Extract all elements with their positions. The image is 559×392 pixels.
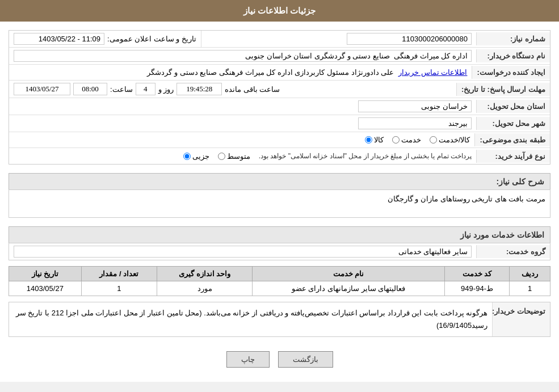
buttons-row: بازگشت چاپ bbox=[9, 345, 550, 373]
creator-label: ایجاد کننده درخواست: bbox=[472, 66, 550, 79]
radio-kala-khedmat-label: کالا/خدمت bbox=[439, 136, 470, 144]
radio-jozi: جزیی bbox=[183, 152, 209, 161]
buyer-label: نام دستگاه خریدار: bbox=[476, 49, 550, 62]
cell-name: فعالیتهای سایر سازمانهای دارای عضو bbox=[253, 281, 444, 296]
services-title-text: اطلاعات خدمات مورد نیاز bbox=[460, 230, 544, 239]
purchase-type-cell: پرداخت تمام یا بخشی از مبلغ خریدار از مح… bbox=[9, 150, 476, 163]
radio-kala-label: کالا bbox=[374, 136, 384, 144]
table-row: 1 ط-94-949 فعالیتهای سایر سازمانهای دارا… bbox=[9, 281, 550, 296]
col-row: ردیف bbox=[510, 267, 550, 281]
cell-date: 1403/05/27 bbox=[9, 281, 82, 296]
row-purchase-type: نوع فرآیند خرید: پرداخت تمام یا بخشی از … bbox=[9, 148, 550, 164]
print-button[interactable]: چاپ bbox=[226, 351, 270, 368]
radio-motavasset-label: متوسط bbox=[227, 152, 250, 161]
row-city: شهر محل تحویل: bbox=[9, 115, 550, 132]
time-label: ساعت: bbox=[110, 85, 133, 94]
col-qty: تعداد / مقدار bbox=[81, 267, 157, 281]
notes-content: هرگونه پرداخت بابت این قرارداد براساس اع… bbox=[9, 302, 492, 336]
need-number-cell bbox=[201, 31, 476, 47]
remaining-label: ساعت باقی مانده bbox=[225, 85, 280, 94]
page-title: جزئیات اطلاعات نیاز bbox=[243, 6, 316, 15]
city-label: شهر محل تحویل: bbox=[476, 117, 550, 130]
row-deadline: مهلت ارسال پاسخ: تا تاریخ: ساعت باقی مان… bbox=[9, 81, 550, 98]
main-content: شماره نیاز: تاریخ و ساعت اعلان عمومی: نا… bbox=[0, 22, 559, 382]
back-button[interactable]: بازگشت bbox=[278, 351, 333, 368]
deadline-cell: ساعت باقی مانده روز و ساعت: bbox=[9, 81, 456, 98]
row-province: استان محل تحویل: bbox=[9, 98, 550, 115]
row-creator: ایجاد کننده درخواست: اطلاعات تماس خریدار… bbox=[9, 65, 550, 81]
radio-jozi-label: جزیی bbox=[192, 152, 209, 161]
days-input[interactable] bbox=[136, 83, 155, 95]
time-input[interactable] bbox=[73, 83, 107, 95]
col-name: نام خدمت bbox=[253, 267, 444, 281]
radio-jozi-input[interactable] bbox=[183, 153, 191, 160]
need-desc-box: مرمت بافت های تاریخی روستاهای مازان و گا… bbox=[9, 189, 550, 218]
notes-wrapper: توضیحات خریدار: هرگونه پرداخت بابت این ق… bbox=[9, 302, 550, 336]
page-header: جزئیات اطلاعات نیاز bbox=[0, 0, 559, 22]
row-category: طبقه بندی موضوعی: کالا/خدمت خدمت کالا bbox=[9, 132, 550, 148]
announce-label: تاریخ و ساعت اعلان عمومی: bbox=[107, 35, 196, 43]
row-buyer: نام دستگاه خریدار: bbox=[9, 48, 550, 65]
cell-code: ط-94-949 bbox=[444, 281, 510, 296]
creator-value: علی دادورنژاد مسئول کاربردازی اداره کل م… bbox=[147, 68, 394, 77]
col-date: تاریخ نیاز bbox=[9, 267, 82, 281]
city-input[interactable] bbox=[358, 117, 472, 129]
info-section: شماره نیاز: تاریخ و ساعت اعلان عمومی: نا… bbox=[9, 30, 550, 165]
buyer-cell bbox=[9, 48, 476, 64]
col-unit: واحد اندازه گیری bbox=[157, 267, 253, 281]
radio-khedmat: خدمت bbox=[392, 136, 421, 144]
category-label: طبقه بندی موضوعی: bbox=[474, 133, 550, 146]
category-cell: کالا/خدمت خدمت کالا bbox=[9, 133, 474, 146]
cell-row: 1 bbox=[510, 281, 550, 296]
purchase-note: پرداخت تمام یا بخشی از مبلغ خریدار از مح… bbox=[259, 152, 472, 160]
radio-kala-input[interactable] bbox=[365, 136, 372, 144]
need-desc-title: شرح کلی نیاز: bbox=[9, 173, 550, 189]
announce-input[interactable] bbox=[14, 33, 104, 45]
radio-kala-khedmat: کالا/خدمت bbox=[430, 136, 470, 144]
service-section: گروه خدمت: bbox=[9, 243, 550, 260]
buyer-input[interactable] bbox=[14, 50, 472, 62]
notes-value: هرگونه پرداخت بابت این قرارداد براساس اع… bbox=[16, 309, 487, 330]
service-group-input[interactable] bbox=[14, 246, 472, 258]
province-label: استان محل تحویل: bbox=[476, 100, 550, 113]
creator-cell: اطلاعات تماس خریدار علی دادورنژاد مسئول … bbox=[9, 66, 472, 79]
purchase-type-label: نوع فرآیند خرید: bbox=[476, 150, 550, 163]
radio-khedmat-input[interactable] bbox=[392, 136, 400, 144]
radio-khedmat-label: خدمت bbox=[401, 136, 421, 144]
days-label: روز و bbox=[158, 85, 174, 94]
table-header-row: ردیف کد خدمت نام خدمت واحد اندازه گیری ت… bbox=[9, 267, 550, 281]
cell-qty: 1 bbox=[81, 281, 157, 296]
col-code: کد خدمت bbox=[444, 267, 510, 281]
remaining-input[interactable] bbox=[176, 83, 222, 95]
province-input[interactable] bbox=[358, 100, 472, 112]
radio-motavasset: متوسط bbox=[218, 152, 250, 161]
creator-link[interactable]: اطلاعات تماس خریدار bbox=[398, 68, 467, 77]
notes-label: توضیحات خریدار: bbox=[492, 302, 550, 336]
services-title: اطلاعات خدمات مورد نیاز bbox=[9, 226, 550, 243]
radio-kala-khedmat-input[interactable] bbox=[430, 136, 437, 144]
deadline-group: ساعت باقی مانده روز و ساعت: bbox=[14, 83, 452, 95]
purchase-type-group: پرداخت تمام یا بخشی از مبلغ خریدار از مح… bbox=[14, 152, 472, 161]
row-service-group: گروه خدمت: bbox=[9, 243, 550, 260]
need-number-label: شماره نیاز: bbox=[476, 32, 550, 45]
city-cell bbox=[9, 115, 476, 132]
need-desc-title-text: شرح کلی نیاز: bbox=[497, 177, 544, 186]
service-group-label: گروه خدمت: bbox=[476, 245, 550, 258]
deadline-date-input[interactable] bbox=[14, 83, 70, 95]
deadline-label: مهلت ارسال پاسخ: تا تاریخ: bbox=[456, 83, 550, 96]
service-group-cell bbox=[9, 243, 476, 260]
need-desc-value: مرمت بافت های تاریخی روستاهای مازان و گا… bbox=[388, 195, 545, 203]
page-wrapper: جزئیات اطلاعات نیاز شماره نیاز: تاریخ و … bbox=[0, 0, 559, 382]
row-need-number: شماره نیاز: تاریخ و ساعت اعلان عمومی: bbox=[9, 31, 550, 48]
radio-kala: کالا bbox=[365, 136, 384, 144]
notes-section: توضیحات خریدار: هرگونه پرداخت بابت این ق… bbox=[9, 302, 550, 337]
services-table: ردیف کد خدمت نام خدمت واحد اندازه گیری ت… bbox=[9, 266, 550, 296]
table-header: ردیف کد خدمت نام خدمت واحد اندازه گیری ت… bbox=[9, 267, 550, 281]
category-radio-group: کالا/خدمت خدمت کالا bbox=[14, 136, 470, 144]
purchase-radio-group: متوسط جزیی bbox=[183, 152, 250, 161]
table-body: 1 ط-94-949 فعالیتهای سایر سازمانهای دارا… bbox=[9, 281, 550, 296]
cell-unit: مورد bbox=[157, 281, 253, 296]
radio-motavasset-input[interactable] bbox=[218, 153, 225, 160]
need-number-input[interactable] bbox=[347, 33, 472, 45]
province-cell bbox=[9, 98, 476, 115]
